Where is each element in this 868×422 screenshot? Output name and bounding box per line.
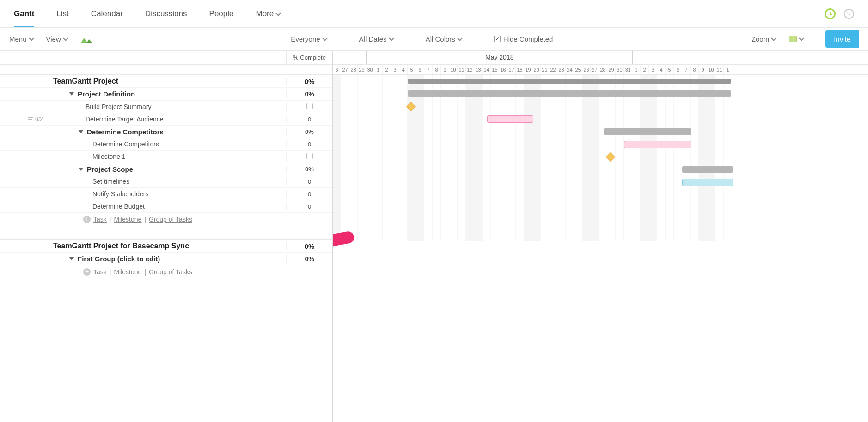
day-header-cell: 2	[383, 65, 391, 74]
task-name: Determine Competitors	[92, 140, 159, 148]
subgroup-name: Project Scope	[87, 165, 133, 173]
filter-colors[interactable]: All Colors	[426, 35, 462, 43]
day-header-cell: 11	[458, 65, 466, 74]
help-icon[interactable]: ?	[844, 9, 854, 19]
gantt-milestone[interactable]	[606, 152, 615, 162]
task-percent: 0	[286, 178, 332, 185]
day-header-cell: 2	[641, 65, 649, 74]
gantt-group-bar[interactable]	[408, 90, 731, 97]
plus-icon[interactable]: +	[83, 216, 91, 223]
subgroup-row[interactable]: Project Scope 0%	[0, 163, 332, 175]
task-row[interactable]: 0/2 Determine Target Audience 0	[0, 113, 332, 126]
timeline-day-header: 6272829301234567891011121314151617181920…	[333, 65, 868, 75]
day-header-cell: 10	[707, 65, 715, 74]
tab-people[interactable]: People	[209, 1, 234, 27]
hide-completed-toggle[interactable]: Hide Completed	[494, 35, 553, 43]
filter-dates[interactable]: All Dates	[359, 35, 393, 43]
day-header-cell: 3	[649, 65, 657, 74]
tab-discussions[interactable]: Discussions	[145, 1, 187, 27]
task-row[interactable]: Set timelines 0	[0, 175, 332, 188]
subgroup-name: Determine Competitors	[87, 128, 164, 136]
day-header-cell: 30	[366, 65, 374, 74]
day-header-cell: 8	[691, 65, 699, 74]
gantt-group-bar[interactable]	[604, 128, 691, 135]
chevron-down-icon	[276, 11, 281, 16]
invite-button[interactable]: Invite	[825, 30, 859, 48]
subgroup-percent: 0%	[286, 166, 332, 173]
gantt-summary-bar[interactable]	[408, 79, 731, 84]
color-picker[interactable]	[789, 36, 803, 42]
chevron-down-icon	[799, 36, 804, 41]
day-header-cell: 7	[424, 65, 433, 74]
gantt-milestone[interactable]	[406, 102, 416, 111]
day-header-cell: 5	[408, 65, 416, 74]
subtask-count-badge: 0/2	[28, 116, 43, 122]
task-name: Set timelines	[92, 178, 129, 185]
gantt-group-bar[interactable]	[682, 166, 733, 173]
tab-list[interactable]: List	[56, 1, 68, 27]
day-header-cell: 29	[358, 65, 366, 74]
day-header-cell: 3	[391, 65, 399, 74]
tab-calendar[interactable]: Calendar	[91, 1, 123, 27]
group-row[interactable]: First Group (click to edit) 0%	[0, 253, 332, 265]
task-percent: 0	[286, 116, 332, 123]
task-percent: 0	[286, 203, 332, 210]
task-row[interactable]: Build Project Summary	[0, 101, 332, 113]
chevron-down-icon	[389, 36, 394, 41]
day-header-cell: 8	[433, 65, 441, 74]
day-header-cell: 6	[333, 65, 341, 74]
add-task-link[interactable]: Task	[93, 268, 107, 276]
task-percent: 0	[286, 141, 332, 148]
add-milestone-link[interactable]: Milestone	[114, 268, 141, 276]
collapse-icon	[79, 168, 83, 171]
add-milestone-link[interactable]: Milestone	[114, 216, 141, 223]
gantt-task-bar[interactable]	[682, 179, 733, 186]
day-header-cell: 19	[524, 65, 532, 74]
task-row[interactable]: Determine Budget 0	[0, 200, 332, 213]
day-header-cell: 6	[416, 65, 424, 74]
group-percent: 0%	[286, 90, 332, 98]
gantt-task-bar[interactable]	[624, 141, 691, 148]
plus-icon[interactable]: +	[83, 268, 91, 276]
task-row[interactable]: Milestone 1	[0, 151, 332, 163]
group-percent: 0%	[286, 255, 332, 263]
project-row[interactable]: TeamGantt Project 0%	[0, 75, 332, 88]
hills-icon	[80, 35, 92, 43]
column-header-row: % Complete	[0, 51, 332, 65]
day-header-cell: 12	[466, 65, 474, 74]
task-name: Notify Stakeholders	[92, 190, 148, 198]
percent-complete-header: % Complete	[286, 51, 332, 64]
day-header-cell: 26	[582, 65, 591, 74]
tab-more[interactable]: More	[256, 1, 281, 27]
day-header-cell: 21	[541, 65, 549, 74]
view-label: View	[46, 35, 61, 43]
day-header-cell: 27	[591, 65, 599, 74]
add-group-link[interactable]: Group of Tasks	[149, 216, 192, 223]
group-row[interactable]: Project Definition 0%	[0, 88, 332, 101]
task-row[interactable]: Determine Competitors 0	[0, 138, 332, 151]
view-dropdown[interactable]: View	[46, 35, 67, 43]
zoom-dropdown[interactable]: Zoom	[752, 35, 776, 43]
filter-everyone[interactable]: Everyone	[291, 35, 326, 43]
main-split: % Complete TeamGantt Project 0% Project …	[0, 51, 868, 422]
subgroup-percent: 0%	[286, 128, 332, 135]
project-row[interactable]: TeamGantt Project for Basecamp Sync 0%	[0, 240, 332, 253]
task-checkbox[interactable]	[306, 103, 313, 109]
gantt-task-bar[interactable]	[487, 115, 533, 123]
add-group-link[interactable]: Group of Tasks	[149, 268, 192, 276]
gantt-timeline-pane[interactable]: May 2018 6272829301234567891011121314151…	[333, 51, 868, 422]
task-row[interactable]: Notify Stakeholders 0	[0, 188, 332, 200]
task-name: Build Project Summary	[86, 103, 151, 110]
task-checkbox[interactable]	[306, 153, 313, 159]
clock-icon[interactable]	[825, 8, 836, 19]
day-header-cell: 23	[557, 65, 566, 74]
day-header-cell: 29	[607, 65, 616, 74]
day-header-cell: 5	[666, 65, 674, 74]
landscape-icon[interactable]	[80, 35, 92, 43]
tab-gantt[interactable]: Gantt	[14, 1, 34, 27]
add-task-link[interactable]: Task	[93, 216, 107, 223]
task-percent: 0	[286, 191, 332, 198]
menu-dropdown[interactable]: Menu	[9, 35, 33, 43]
subgroup-row[interactable]: Determine Competitors 0%	[0, 126, 332, 138]
day-header-cell: 1	[374, 65, 383, 74]
